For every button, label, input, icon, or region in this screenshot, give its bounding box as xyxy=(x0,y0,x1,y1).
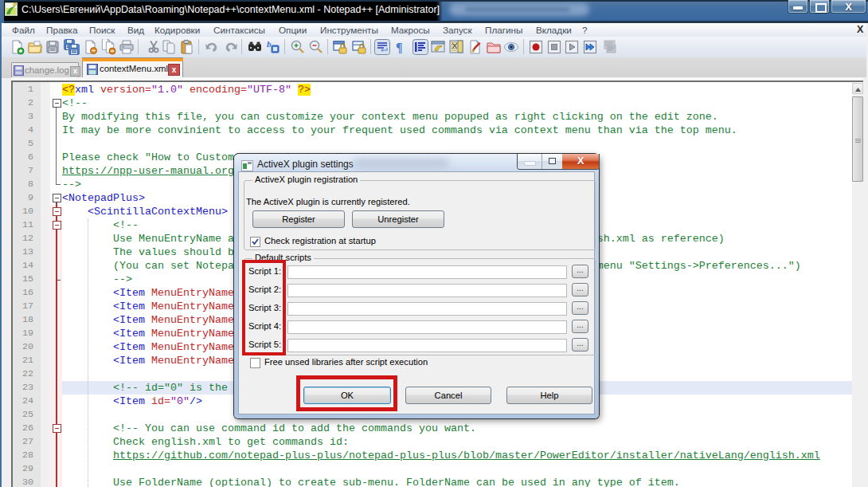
svg-text:b: b xyxy=(267,39,272,49)
svg-text:¶: ¶ xyxy=(396,41,403,54)
